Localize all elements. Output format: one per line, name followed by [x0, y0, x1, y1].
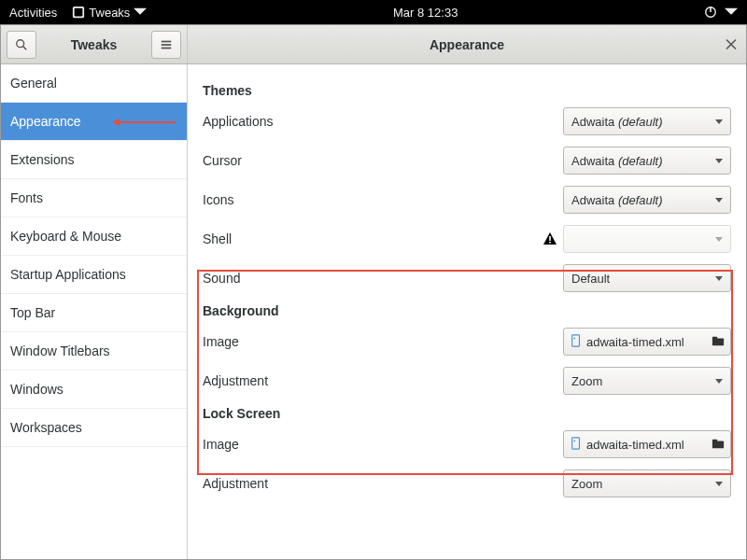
headerbar: Tweaks Appearance	[1, 25, 746, 64]
row-label: Shell	[203, 231, 543, 246]
shell-theme-combo	[563, 225, 731, 253]
svg-rect-19	[712, 441, 724, 448]
svg-rect-12	[549, 242, 551, 244]
sound-theme-combo[interactable]: Default	[563, 264, 731, 292]
sidebar-item-label: Top Bar	[10, 305, 55, 320]
row-icons: Icons Adwaita (default)	[203, 186, 731, 214]
sidebar-item-fonts[interactable]: Fonts	[1, 179, 187, 217]
row-label: Image	[203, 437, 563, 452]
chevron-down-icon	[715, 482, 723, 486]
file-name: adwaita-timed.xml	[586, 438, 708, 452]
sidebar-item-label: Extensions	[10, 152, 74, 167]
row-background-image: Image adwaita-timed.xml	[203, 328, 731, 356]
file-icon	[570, 437, 583, 453]
panel-clock[interactable]: Mar 8 12:33	[147, 6, 704, 20]
sidebar-item-extensions[interactable]: Extensions	[1, 141, 187, 179]
row-label: Icons	[203, 192, 563, 207]
sidebar-item-general[interactable]: General	[1, 64, 187, 103]
lockscreen-adjustment-combo[interactable]: Zoom	[563, 469, 731, 497]
annotation-arrow	[112, 114, 176, 129]
row-background-adjustment: Adjustment Zoom	[203, 367, 731, 395]
combo-value: Zoom	[571, 374, 715, 388]
row-cursor: Cursor Adwaita (default)	[203, 147, 731, 175]
app-menu-label: Tweaks	[89, 6, 130, 20]
combo-value: Adwaita (default)	[571, 193, 715, 207]
sidebar-item-label: Fonts	[10, 190, 43, 205]
background-image-chooser[interactable]: adwaita-timed.xml	[563, 328, 731, 356]
chevron-down-icon	[725, 6, 738, 19]
activities-button[interactable]: Activities	[9, 6, 57, 20]
svg-rect-8	[162, 47, 172, 49]
svg-rect-15	[712, 338, 724, 345]
sidebar-item-label: Appearance	[10, 114, 81, 129]
chevron-down-icon	[715, 237, 723, 242]
background-adjustment-combo[interactable]: Zoom	[563, 367, 731, 395]
icons-theme-combo[interactable]: Adwaita (default)	[563, 186, 731, 214]
app-menu[interactable]: Tweaks	[72, 6, 147, 20]
sidebar: General Appearance Extensions Fonts Keyb…	[1, 64, 188, 559]
row-label: Image	[203, 334, 563, 349]
svg-rect-20	[712, 439, 717, 441]
svg-rect-16	[712, 336, 717, 339]
sidebar-item-label: Window Titlebars	[10, 343, 110, 358]
svg-point-14	[573, 337, 575, 339]
chevron-down-icon	[715, 379, 723, 384]
menu-button[interactable]	[151, 31, 181, 59]
cursor-theme-combo[interactable]: Adwaita (default)	[563, 147, 731, 175]
lockscreen-image-chooser[interactable]: adwaita-timed.xml	[563, 430, 731, 458]
section-title-lockscreen: Lock Screen	[203, 406, 731, 421]
svg-point-4	[17, 39, 24, 47]
combo-value: Adwaita (default)	[571, 115, 715, 129]
sidebar-item-workspaces[interactable]: Workspaces	[1, 409, 187, 447]
search-icon	[15, 38, 28, 51]
section-title-background: Background	[203, 303, 731, 318]
combo-value: Default	[571, 272, 715, 286]
sidebar-item-label: Workspaces	[10, 420, 82, 435]
search-button[interactable]	[7, 31, 36, 59]
row-sound: Sound Default	[203, 264, 731, 292]
system-status-area[interactable]	[704, 6, 738, 19]
row-shell: Shell	[203, 225, 731, 253]
open-file-icon	[712, 334, 725, 350]
svg-rect-1	[75, 8, 83, 17]
warning-icon	[543, 231, 557, 246]
window-close-button[interactable]	[726, 36, 737, 52]
svg-rect-17	[572, 437, 580, 448]
sidebar-item-appearance[interactable]: Appearance	[1, 103, 187, 141]
sidebar-item-label: Windows	[10, 382, 63, 397]
row-lockscreen-image: Image adwaita-timed.xml	[203, 430, 731, 458]
section-title-themes: Themes	[203, 83, 731, 98]
chevron-down-icon	[715, 159, 723, 163]
row-label: Cursor	[203, 153, 563, 168]
svg-line-5	[23, 46, 27, 49]
chevron-down-icon	[715, 198, 723, 203]
gnome-top-panel: Activities Tweaks Mar 8 12:33	[0, 0, 747, 24]
row-label: Sound	[203, 271, 563, 286]
combo-value: Adwaita (default)	[571, 154, 715, 168]
svg-rect-13	[572, 334, 580, 345]
sidebar-item-windows[interactable]: Windows	[1, 371, 187, 409]
sidebar-title: Tweaks	[42, 37, 146, 52]
svg-point-18	[573, 440, 575, 441]
sidebar-item-window-titlebars[interactable]: Window Titlebars	[1, 332, 187, 371]
sidebar-item-label: General	[10, 76, 57, 91]
file-icon	[570, 334, 583, 350]
page-title: Appearance	[188, 37, 746, 52]
hamburger-icon	[160, 38, 173, 51]
sidebar-item-label: Keyboard & Mouse	[10, 229, 121, 244]
row-label: Applications	[203, 114, 563, 129]
content-pane: Themes Applications Adwaita (default) Cu…	[188, 64, 746, 559]
sidebar-item-top-bar[interactable]: Top Bar	[1, 294, 187, 332]
chevron-down-icon	[715, 119, 723, 124]
sidebar-item-label: Startup Applications	[10, 267, 126, 282]
close-icon	[726, 38, 737, 49]
file-name: adwaita-timed.xml	[586, 335, 708, 349]
applications-theme-combo[interactable]: Adwaita (default)	[563, 107, 731, 135]
tweaks-window: Tweaks Appearance General Appearance Ext…	[0, 24, 747, 560]
row-applications: Applications Adwaita (default)	[203, 107, 731, 135]
chevron-down-icon	[715, 276, 723, 281]
svg-rect-11	[549, 236, 551, 241]
sidebar-item-keyboard-mouse[interactable]: Keyboard & Mouse	[1, 217, 187, 256]
svg-rect-6	[162, 40, 172, 42]
sidebar-item-startup-applications[interactable]: Startup Applications	[1, 256, 187, 294]
